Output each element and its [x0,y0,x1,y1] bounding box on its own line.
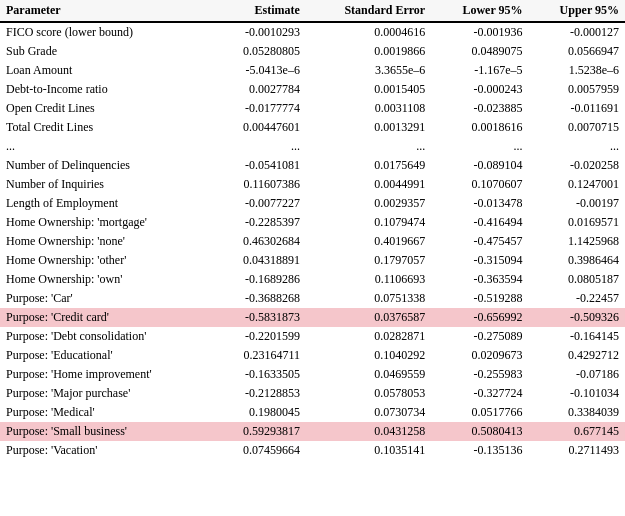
table-row: Number of Delinquencies-0.05410810.01756… [0,156,625,175]
table-row: Purpose: 'Car'-0.36882680.0751338-0.5192… [0,289,625,308]
table-row: Purpose: 'Home improvement'-0.16335050.0… [0,365,625,384]
cell-se: 0.0730734 [306,403,431,422]
cell-se: 0.4019667 [306,232,431,251]
cell-se: ... [306,137,431,156]
cell-parameter: Home Ownership: 'own' [0,270,213,289]
table-row: FICO score (lower bound)-0.00102930.0004… [0,22,625,42]
cell-lower: -0.135136 [431,441,528,460]
cell-parameter: Number of Delinquencies [0,156,213,175]
cell-se: 0.1035141 [306,441,431,460]
cell-upper: -0.020258 [529,156,625,175]
table-row: Sub Grade0.052808050.00198660.04890750.0… [0,42,625,61]
table-row: Number of Inquiries0.116073860.00449910.… [0,175,625,194]
cell-lower: -0.475457 [431,232,528,251]
table-row: Purpose: 'Medical'0.19800450.07307340.05… [0,403,625,422]
cell-parameter: Purpose: 'Credit card' [0,308,213,327]
cell-estimate: -5.0413e–6 [213,61,306,80]
table-row: ............... [0,137,625,156]
cell-estimate: 0.1980045 [213,403,306,422]
cell-parameter: Length of Employment [0,194,213,213]
cell-estimate: 0.59293817 [213,422,306,441]
cell-upper: 0.4292712 [529,346,625,365]
cell-upper: 0.2711493 [529,441,625,460]
cell-lower: -0.089104 [431,156,528,175]
cell-parameter: Number of Inquiries [0,175,213,194]
cell-upper: 0.3986464 [529,251,625,270]
cell-estimate: -0.5831873 [213,308,306,327]
cell-parameter: Loan Amount [0,61,213,80]
cell-estimate: -0.0010293 [213,22,306,42]
table-row: Debt-to-Income ratio0.00277840.0015405-0… [0,80,625,99]
col-header-se: Standard Error [306,0,431,22]
table-row: Home Ownership: 'own'-0.16892860.1106693… [0,270,625,289]
table-row: Length of Employment-0.00772270.0029357-… [0,194,625,213]
cell-upper: 0.0057959 [529,80,625,99]
cell-parameter: Purpose: 'Debt consolidation' [0,327,213,346]
cell-lower: 0.1070607 [431,175,528,194]
cell-se: 0.0751338 [306,289,431,308]
cell-se: 0.0019866 [306,42,431,61]
cell-se: 0.0044991 [306,175,431,194]
cell-estimate: 0.23164711 [213,346,306,365]
col-header-lower: Lower 95% [431,0,528,22]
cell-lower: -0.416494 [431,213,528,232]
table-row: Purpose: 'Major purchase'-0.21288530.057… [0,384,625,403]
cell-se: 0.0013291 [306,118,431,137]
regression-table: Parameter Estimate Standard Error Lower … [0,0,625,460]
cell-lower: -0.519288 [431,289,528,308]
cell-lower: 0.0018616 [431,118,528,137]
cell-upper: 0.677145 [529,422,625,441]
cell-estimate: 0.04318891 [213,251,306,270]
cell-estimate: -0.0541081 [213,156,306,175]
cell-parameter: ... [0,137,213,156]
cell-estimate: -0.2128853 [213,384,306,403]
cell-estimate: 0.0027784 [213,80,306,99]
cell-se: 0.0578053 [306,384,431,403]
cell-se: 0.0469559 [306,365,431,384]
col-header-parameter: Parameter [0,0,213,22]
cell-estimate: -0.1689286 [213,270,306,289]
table-row: Purpose: 'Credit card'-0.58318730.037658… [0,308,625,327]
table-row: Total Credit Lines0.004476010.00132910.0… [0,118,625,137]
cell-parameter: Total Credit Lines [0,118,213,137]
cell-estimate: -0.0177774 [213,99,306,118]
cell-upper: 1.5238e–6 [529,61,625,80]
cell-se: 0.0175649 [306,156,431,175]
cell-estimate: -0.2285397 [213,213,306,232]
cell-parameter: Purpose: 'Medical' [0,403,213,422]
cell-upper: -0.011691 [529,99,625,118]
cell-se: 0.1106693 [306,270,431,289]
cell-se: 0.0376587 [306,308,431,327]
cell-lower: -0.000243 [431,80,528,99]
cell-lower: 0.0489075 [431,42,528,61]
cell-parameter: FICO score (lower bound) [0,22,213,42]
cell-parameter: Purpose: 'Vacation' [0,441,213,460]
cell-parameter: Purpose: 'Major purchase' [0,384,213,403]
cell-upper: 1.1425968 [529,232,625,251]
cell-upper: 0.3384039 [529,403,625,422]
cell-upper: 0.0566947 [529,42,625,61]
cell-parameter: Home Ownership: 'other' [0,251,213,270]
cell-se: 0.0029357 [306,194,431,213]
table-row: Purpose: 'Educational'0.231647110.104029… [0,346,625,365]
cell-upper: 0.1247001 [529,175,625,194]
cell-lower: -0.315094 [431,251,528,270]
cell-lower: -0.013478 [431,194,528,213]
cell-upper: -0.509326 [529,308,625,327]
cell-se: 0.0431258 [306,422,431,441]
cell-lower: -0.023885 [431,99,528,118]
cell-se: 0.0282871 [306,327,431,346]
table-row: Home Ownership: 'other'0.043188910.17970… [0,251,625,270]
cell-lower: -0.255983 [431,365,528,384]
cell-se: 0.1040292 [306,346,431,365]
cell-estimate: -0.3688268 [213,289,306,308]
cell-se: 0.0031108 [306,99,431,118]
table-row: Loan Amount-5.0413e–63.3655e–6-1.167e–51… [0,61,625,80]
cell-lower: -0.275089 [431,327,528,346]
cell-lower: 0.5080413 [431,422,528,441]
table-row: Home Ownership: 'none'0.463026840.401966… [0,232,625,251]
cell-upper: -0.101034 [529,384,625,403]
cell-parameter: Purpose: 'Educational' [0,346,213,365]
cell-parameter: Home Ownership: 'mortgage' [0,213,213,232]
cell-lower: 0.0209673 [431,346,528,365]
